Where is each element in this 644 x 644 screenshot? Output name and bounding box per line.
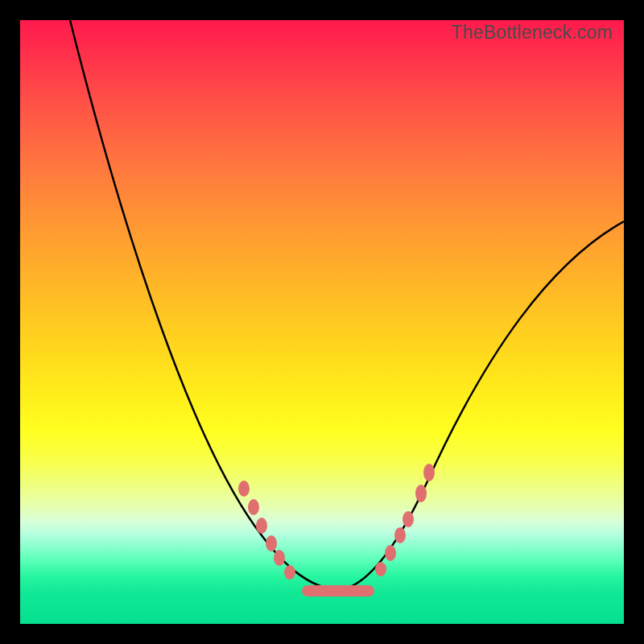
curve-marker — [375, 562, 386, 576]
bottom-capsule-marker — [302, 585, 374, 597]
plot-area: TheBottleneck.com — [20, 20, 624, 624]
right-curve — [338, 221, 624, 590]
curve-marker — [284, 565, 295, 580]
curve-marker — [402, 511, 414, 527]
chart-svg — [20, 20, 624, 624]
curve-marker — [266, 535, 277, 551]
left-curve — [70, 20, 338, 590]
curve-marker — [415, 485, 427, 502]
outer-frame: TheBottleneck.com — [0, 0, 644, 644]
curve-marker — [238, 481, 250, 497]
curve-marker — [394, 527, 406, 543]
curve-marker — [274, 550, 285, 566]
curve-marker — [423, 464, 435, 481]
curve-marker — [248, 499, 259, 515]
curve-marker — [385, 545, 396, 561]
curve-marker — [256, 518, 267, 534]
